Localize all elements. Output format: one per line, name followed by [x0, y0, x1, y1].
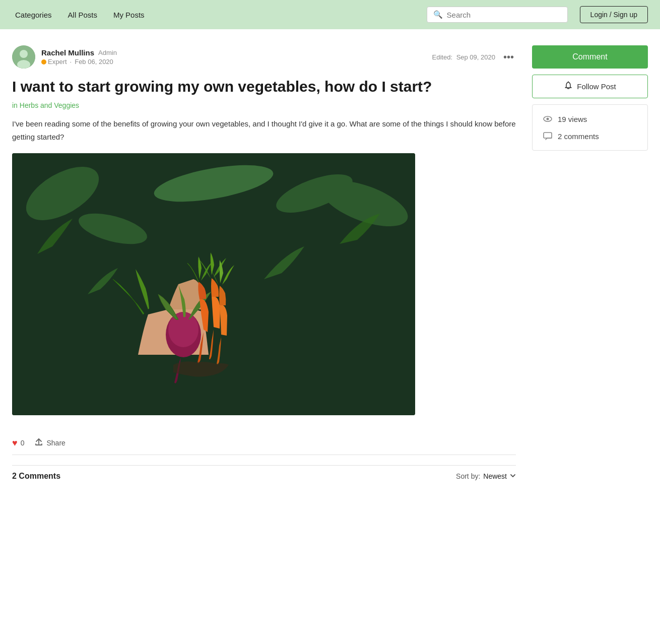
author-meta: Expert · Feb 06, 2020 [41, 58, 117, 66]
like-count: 0 [21, 439, 25, 447]
expert-dot-icon [41, 59, 46, 65]
avatar [12, 45, 35, 69]
post-title: I want to start growing my own vegetable… [12, 77, 516, 96]
share-label: Share [46, 439, 65, 447]
top-navigation: Categories All Posts My Posts 🔍 Login / … [0, 0, 660, 29]
svg-point-12 [547, 118, 549, 120]
author-row: Rachel Mullins Admin Expert · Feb 06, 20… [12, 45, 516, 69]
heart-icon: ♥ [12, 438, 18, 448]
svg-point-1 [20, 50, 28, 58]
views-stat-row: 19 views [543, 114, 637, 124]
login-signup-button[interactable]: Login / Sign up [580, 6, 648, 23]
svg-rect-13 [544, 133, 552, 138]
more-options-button[interactable]: ••• [501, 49, 516, 65]
search-input[interactable] [447, 11, 561, 19]
svg-point-10 [168, 312, 199, 347]
comments-count: 2 comments [558, 132, 599, 141]
comments-header: 2 Comments Sort by: Newest [12, 465, 516, 487]
chat-icon [543, 131, 553, 141]
like-button[interactable]: ♥ 0 [12, 438, 24, 448]
more-icon: ••• [503, 51, 514, 63]
post-body-text: I've been reading some of the benefits o… [12, 117, 516, 143]
action-row: ♥ 0 Share [12, 431, 516, 455]
sort-row[interactable]: Sort by: Newest [456, 472, 516, 480]
post-image [12, 153, 415, 415]
edited-text: Edited: Sep 09, 2020 [432, 53, 495, 61]
comments-count-label: 2 Comments [12, 472, 60, 481]
sort-value: Newest [483, 472, 507, 480]
nav-links: Categories All Posts My Posts [12, 9, 423, 21]
author-name: Rachel Mullins [41, 48, 94, 57]
share-button[interactable]: Share [34, 437, 65, 448]
author-role: Admin [98, 49, 117, 56]
search-box: 🔍 [427, 7, 568, 23]
page-body: Rachel Mullins Admin Expert · Feb 06, 20… [0, 29, 660, 507]
nav-all-posts[interactable]: All Posts [65, 9, 100, 21]
follow-post-button[interactable]: Follow Post [532, 75, 648, 98]
sidebar: Comment Follow Post 19 views [532, 45, 648, 487]
author-details: Rachel Mullins Admin Expert · Feb 06, 20… [41, 48, 117, 66]
bell-icon [564, 81, 573, 92]
sort-by-label: Sort by: [456, 472, 480, 480]
nav-my-posts[interactable]: My Posts [110, 9, 148, 21]
main-content: Rachel Mullins Admin Expert · Feb 06, 20… [12, 45, 516, 487]
author-name-row: Rachel Mullins Admin [41, 48, 117, 57]
search-icon: 🔍 [433, 10, 443, 19]
comment-button[interactable]: Comment [532, 45, 648, 69]
share-icon [34, 437, 43, 448]
post-category[interactable]: in Herbs and Veggies [12, 101, 516, 109]
comments-stat-row: 2 comments [543, 131, 637, 141]
views-count: 19 views [558, 115, 587, 123]
follow-post-label: Follow Post [577, 82, 616, 91]
stats-box: 19 views 2 comments [532, 104, 648, 151]
expert-badge: Expert [41, 58, 67, 66]
edit-row: Edited: Sep 09, 2020 ••• [432, 49, 516, 65]
author-info: Rachel Mullins Admin Expert · Feb 06, 20… [12, 45, 117, 69]
nav-categories[interactable]: Categories [12, 9, 55, 21]
post-date: Feb 06, 2020 [75, 58, 113, 66]
chevron-down-icon [510, 473, 516, 480]
eye-icon [543, 114, 553, 124]
